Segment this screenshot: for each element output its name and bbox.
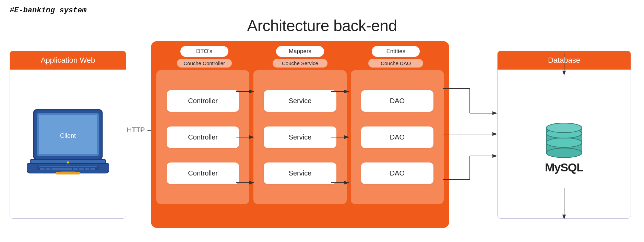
- svg-rect-22: [84, 166, 87, 167]
- svg-rect-20: [76, 166, 79, 167]
- app-web-header: Application Web: [10, 51, 126, 70]
- svg-rect-31: [91, 168, 95, 170]
- database-header: Database: [498, 51, 631, 70]
- laptop-icon: Client: [27, 105, 109, 183]
- dao-box-2: DAO: [361, 126, 433, 148]
- controller-box-2: Controller: [167, 126, 239, 148]
- dtos-pill: DTO's: [180, 46, 228, 57]
- http-label: HTTP: [127, 126, 145, 134]
- app-web-content: Client: [20, 70, 116, 218]
- svg-rect-21: [80, 166, 83, 167]
- svg-rect-23: [88, 166, 91, 167]
- svg-rect-15: [58, 166, 60, 167]
- mysql-cylinder-icon: [542, 113, 586, 158]
- service-box-2: Service: [264, 126, 336, 148]
- database-box: Database: [497, 51, 631, 219]
- svg-rect-28: [73, 168, 78, 170]
- controller-column: Controller Controller Controller: [156, 70, 249, 204]
- mappers-pill: Mappers: [276, 46, 324, 57]
- svg-rect-17: [65, 166, 68, 167]
- svg-rect-30: [85, 168, 90, 170]
- svg-rect-13: [50, 166, 53, 167]
- svg-rect-27: [51, 168, 72, 170]
- svg-point-53: [546, 148, 582, 158]
- columns-row: Controller Controller Controller Service…: [156, 70, 444, 204]
- svg-rect-29: [79, 168, 84, 170]
- svg-text:Client: Client: [60, 132, 76, 139]
- svg-rect-12: [46, 166, 49, 167]
- couche-controller-label: Couche Controller: [177, 59, 232, 68]
- controller-box-3: Controller: [167, 162, 239, 184]
- app-web-box: Application Web Client: [10, 51, 126, 219]
- svg-rect-10: [39, 166, 41, 167]
- main-title: Architecture back-end: [0, 16, 644, 35]
- svg-rect-14: [54, 166, 57, 167]
- svg-rect-11: [43, 166, 45, 167]
- couche-row: Couche Controller Couche Service Couche …: [156, 59, 444, 68]
- dao-box-1: DAO: [361, 90, 433, 112]
- service-column: Service Service Service: [253, 70, 346, 204]
- svg-rect-32: [56, 172, 80, 174]
- service-box-3: Service: [264, 162, 336, 184]
- database-content: MySQL: [542, 70, 586, 218]
- svg-rect-24: [92, 166, 97, 167]
- dao-column: DAO DAO DAO: [351, 70, 444, 204]
- svg-rect-26: [46, 168, 50, 170]
- mysql-area: MySQL: [542, 113, 586, 174]
- mysql-label: MySQL: [545, 160, 583, 174]
- svg-rect-19: [73, 166, 75, 167]
- backend-box: DTO's Mappers Entities Couche Controller…: [151, 41, 449, 228]
- svg-rect-25: [40, 168, 45, 170]
- svg-rect-16: [61, 166, 64, 167]
- page-tag: #E-banking system: [10, 6, 86, 15]
- controller-box-1: Controller: [167, 90, 239, 112]
- couche-service-label: Couche Service: [273, 59, 327, 68]
- layers-row: DTO's Mappers Entities: [156, 46, 444, 57]
- dao-box-3: DAO: [361, 162, 433, 184]
- couche-dao-label: Couche DAO: [368, 59, 423, 68]
- svg-rect-18: [69, 166, 72, 167]
- service-box-1: Service: [264, 90, 336, 112]
- entities-pill: Entities: [372, 46, 420, 57]
- svg-point-9: [67, 161, 69, 164]
